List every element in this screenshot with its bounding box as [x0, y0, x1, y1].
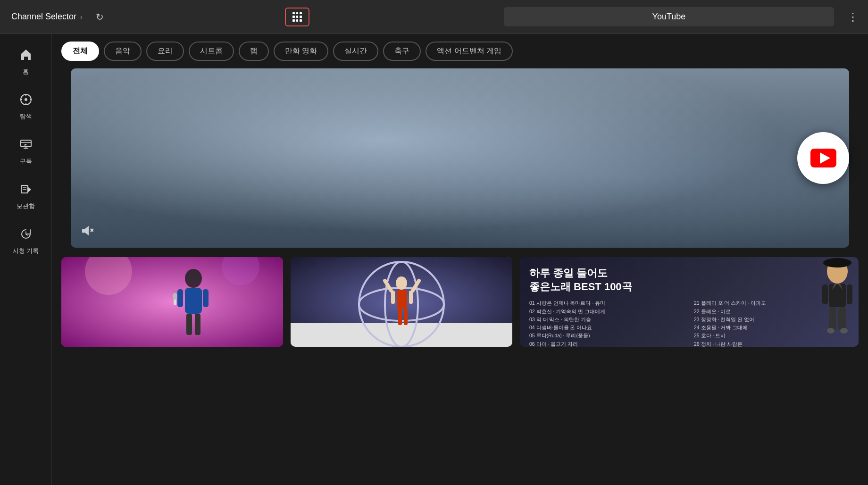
- hero-video[interactable]: [71, 68, 849, 248]
- tab-rap[interactable]: 랩: [239, 42, 269, 61]
- sidebar-item-label: 탐색: [20, 112, 32, 121]
- singer-svg: [61, 257, 283, 347]
- tab-cooking[interactable]: 요리: [146, 42, 184, 61]
- top-bar-center: [108, 7, 843, 26]
- more-options-button[interactable]: ⋮: [843, 7, 862, 27]
- girl-figure-svg: [802, 257, 859, 347]
- svg-rect-54: [822, 284, 828, 304]
- sidebar-item-label: 구독: [20, 157, 32, 166]
- svg-rect-27: [177, 289, 183, 307]
- svg-rect-11: [21, 185, 28, 193]
- svg-rect-24: [185, 288, 202, 314]
- svg-rect-52: [829, 307, 836, 331]
- svg-rect-42: [391, 291, 395, 304]
- svg-rect-40: [398, 309, 402, 325]
- svg-rect-53: [838, 307, 846, 331]
- svg-marker-17: [82, 226, 89, 235]
- youtube-play-icon: [810, 149, 836, 167]
- svg-point-23: [185, 269, 202, 288]
- svg-rect-39: [397, 290, 407, 309]
- svg-rect-25: [186, 314, 192, 335]
- tab-music[interactable]: 음악: [104, 42, 142, 61]
- sidebar-item-label: 보관함: [17, 202, 35, 210]
- tab-cartoon[interactable]: 만화 영화: [274, 42, 328, 61]
- tab-all[interactable]: 전체: [61, 42, 99, 61]
- grid-icon: [292, 12, 302, 22]
- channel-selector-button[interactable]: Channel Selector ›: [6, 8, 88, 25]
- svg-rect-28: [203, 289, 209, 307]
- explore-icon: [19, 93, 33, 109]
- subscribe-icon: [19, 138, 33, 154]
- sidebar-item-home[interactable]: 홈: [5, 42, 47, 83]
- top-bar: Channel Selector › ↻ ⋮: [0, 0, 868, 34]
- svg-point-56: [827, 328, 835, 334]
- svg-rect-26: [195, 314, 200, 335]
- channel-selector-label: Channel Selector: [11, 12, 76, 22]
- home-icon: [19, 48, 33, 65]
- svg-marker-8: [25, 144, 27, 146]
- thumbnail-item-1[interactable]: [61, 257, 283, 347]
- sidebar: 홈 탐색 구독: [0, 34, 52, 485]
- top-bar-right: ⋮: [843, 7, 862, 27]
- top-bar-left: Channel Selector › ↻: [6, 8, 108, 26]
- svg-rect-34: [291, 323, 512, 347]
- thumbnail-item-3[interactable]: 하루 종일 들어도 좋은노래 BEST 100곡 01 사랑은 언제나 목마르다…: [520, 257, 859, 347]
- history-icon: [19, 227, 33, 244]
- sidebar-item-history[interactable]: 시청 기록: [5, 221, 47, 262]
- playlist-title: 하루 종일 들어도 좋은노래 BEST 100곡: [529, 267, 849, 293]
- hero-section: [61, 68, 859, 248]
- mute-icon[interactable]: [80, 224, 93, 240]
- grid-view-button[interactable]: [285, 8, 309, 26]
- main-content: 전체 음악 요리 시트콤 랩 만화 영화 실시간 축구 액션 어드벤처 게임: [52, 34, 868, 485]
- sidebar-item-label: 시청 기록: [13, 247, 39, 255]
- tab-action[interactable]: 액션 어드벤처 게임: [426, 42, 513, 61]
- chevron-right-icon: ›: [80, 13, 83, 21]
- tab-sitcom[interactable]: 시트콤: [189, 42, 234, 61]
- svg-point-30: [173, 293, 177, 300]
- sidebar-item-subscribe[interactable]: 구독: [5, 131, 47, 172]
- sidebar-item-explore[interactable]: 탐색: [5, 86, 47, 127]
- playlist-items: 01 사랑은 언제나 목마르다 · 유미 02 박효신 · 기억속의 먼 그대에…: [529, 299, 849, 347]
- svg-rect-48: [828, 259, 847, 267]
- sidebar-item-library[interactable]: 보관함: [5, 176, 47, 217]
- svg-marker-12: [28, 187, 31, 192]
- svg-point-1: [25, 98, 27, 101]
- category-tabs: 전체 음악 요리 시트콤 랩 만화 영화 실시간 축구 액션 어드벤처 게임: [52, 34, 868, 68]
- refresh-button[interactable]: ↻: [92, 8, 108, 26]
- thumbnail-row: 하루 종일 들어도 좋은노래 BEST 100곡 01 사랑은 언제나 목마르다…: [52, 257, 868, 356]
- tab-live[interactable]: 실시간: [333, 42, 378, 61]
- svg-rect-41: [404, 309, 408, 325]
- svg-rect-6: [21, 140, 31, 147]
- hero-video-background: [71, 68, 849, 248]
- youtube-logo-overlay: [797, 132, 849, 184]
- sidebar-item-label: 홈: [23, 67, 29, 76]
- library-icon: [19, 183, 33, 199]
- performer-svg: [291, 257, 512, 347]
- search-input[interactable]: [504, 7, 834, 26]
- thumbnail-item-2[interactable]: [291, 257, 512, 347]
- tab-soccer[interactable]: 축구: [383, 42, 421, 61]
- svg-point-38: [396, 276, 407, 290]
- svg-rect-49: [829, 284, 846, 307]
- svg-rect-43: [409, 291, 413, 304]
- svg-rect-55: [847, 284, 852, 304]
- svg-point-57: [840, 328, 848, 334]
